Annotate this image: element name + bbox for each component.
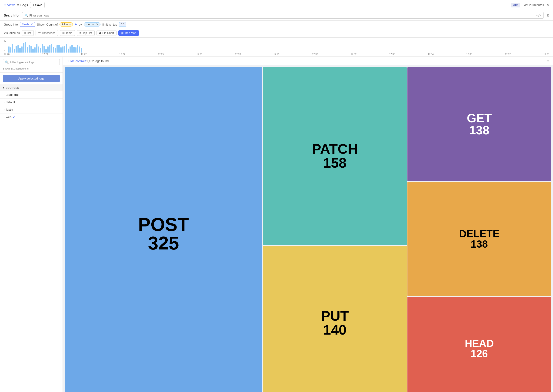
treemap-cell-patch[interactable]: PATCH 158 bbox=[263, 67, 407, 245]
time-label-10: 17:33 bbox=[389, 53, 395, 56]
table-icon: ⊞ bbox=[62, 31, 65, 35]
time-label: Last 20 minutes bbox=[523, 3, 544, 7]
time-label-4: 17:25 bbox=[158, 53, 164, 56]
viz-table-button[interactable]: ⊞ Table bbox=[60, 30, 75, 36]
apply-btn-label: Apply selected logs bbox=[18, 77, 44, 80]
treemap-icon: ▦ bbox=[121, 31, 124, 35]
copy-icon[interactable]: ⧉ bbox=[547, 14, 549, 17]
source-item-audit-trail[interactable]: › .audit-trail bbox=[0, 91, 63, 98]
histo-bar bbox=[34, 47, 35, 53]
source-name-default: default bbox=[6, 100, 15, 104]
time-badge: 20m bbox=[511, 3, 520, 7]
treemap-cell-put[interactable]: PUT 140 bbox=[263, 246, 407, 392]
expand-icon[interactable]: ⊡ bbox=[547, 59, 549, 63]
main-layout: 🔍 Showing 1 applied of 5 Apply selected … bbox=[0, 57, 553, 392]
histo-bar bbox=[36, 44, 37, 53]
histo-bar bbox=[60, 47, 62, 53]
histo-bar bbox=[70, 47, 71, 53]
logs-label: Logs bbox=[21, 3, 28, 7]
histo-bar bbox=[38, 47, 39, 53]
source-item-web[interactable]: › web ✓ bbox=[0, 113, 63, 121]
refresh-icon[interactable]: ↻ bbox=[546, 3, 549, 7]
post-label: POST bbox=[138, 215, 189, 234]
apply-selected-logs-button[interactable]: Apply selected logs bbox=[3, 75, 60, 82]
treemap-cell-head[interactable]: HEAD 126 bbox=[407, 297, 551, 392]
histo-bar bbox=[32, 49, 34, 53]
code-icon[interactable]: </> bbox=[537, 14, 541, 17]
viz-piechart-button[interactable]: ◕ Pie Chart bbox=[97, 30, 117, 36]
histo-bar bbox=[28, 45, 30, 53]
top-bar: ⊡ Views ≡ Logs + Save 20m Last 20 minute… bbox=[0, 0, 553, 10]
search-input-wrap[interactable]: 🔍 </> bbox=[22, 12, 544, 19]
logs-button[interactable]: ≡ Logs bbox=[17, 3, 28, 7]
hide-controls-button[interactable]: ‹ Hide controls bbox=[67, 59, 86, 63]
method-close-icon[interactable]: ✕ bbox=[96, 23, 98, 26]
histo-bar bbox=[10, 47, 11, 53]
all-logs-label: All logs bbox=[62, 23, 71, 26]
group-into-label: Group into bbox=[4, 23, 18, 26]
fields-close-icon[interactable]: ✕ bbox=[31, 23, 33, 26]
hide-controls-label: Hide controls bbox=[68, 59, 86, 63]
sidebar: 🔍 Showing 1 applied of 5 Apply selected … bbox=[0, 57, 63, 392]
limit-to-label: limit to bbox=[102, 23, 111, 26]
top-bar-left: ⊡ Views ≡ Logs + Save bbox=[4, 2, 45, 8]
filter-search-icon: 🔍 bbox=[5, 60, 9, 64]
all-logs-tag[interactable]: All logs bbox=[60, 22, 73, 27]
treemap-col-middle: PATCH 158 PUT 140 bbox=[263, 67, 407, 392]
add-button[interactable]: + bbox=[75, 22, 77, 27]
histo-bar bbox=[8, 47, 10, 53]
treemap-cell-get[interactable]: GET 138 bbox=[407, 67, 551, 181]
search-icon: 🔍 bbox=[25, 14, 28, 17]
filter-logsets-wrap[interactable]: 🔍 bbox=[3, 59, 60, 65]
histo-bar bbox=[73, 47, 75, 53]
treemap-container: POST 325 PATCH 158 PUT 140 bbox=[63, 65, 553, 392]
viz-list-button[interactable]: ≡ List bbox=[22, 30, 34, 36]
main-content: ‹ Hide controls 1,102 logs found ⊡ POST … bbox=[63, 57, 553, 392]
time-label-1: 17:21 bbox=[42, 53, 48, 56]
views-button[interactable]: ⊡ Views bbox=[4, 3, 15, 7]
check-icon: ✓ bbox=[13, 116, 15, 119]
sources-header[interactable]: ▾ SOURCES bbox=[0, 84, 63, 91]
get-value: 138 bbox=[469, 124, 490, 136]
search-bar: Search for 🔍 </> ⧉ bbox=[0, 10, 553, 21]
list-icon: ≡ bbox=[24, 31, 26, 35]
time-label-13: 17:37 bbox=[505, 53, 511, 56]
histo-bar bbox=[43, 46, 45, 53]
method-tag[interactable]: method ✕ bbox=[84, 22, 100, 27]
top-value[interactable]: 10 bbox=[119, 22, 126, 27]
source-item-default[interactable]: › default bbox=[0, 98, 63, 106]
viz-toplist-button[interactable]: ≣ Top List bbox=[77, 30, 95, 36]
histogram: 40 0 bbox=[0, 38, 553, 57]
time-label-3: 17:24 bbox=[119, 53, 125, 56]
save-button[interactable]: + Save bbox=[30, 2, 45, 8]
views-icon: ⊡ bbox=[4, 3, 6, 7]
histo-bar bbox=[75, 47, 77, 53]
viz-timeseries-button[interactable]: 〜 Timeseries bbox=[35, 30, 58, 36]
method-label: method bbox=[86, 23, 95, 26]
source-name-web: web bbox=[6, 115, 11, 119]
viz-treemap-button[interactable]: ▦ Tree Map bbox=[118, 30, 139, 36]
patch-label: PATCH bbox=[312, 142, 358, 156]
timeseries-label: Timeseries bbox=[42, 31, 55, 35]
sources-label: SOURCES bbox=[6, 86, 19, 89]
treemap-label: Tree Map bbox=[124, 31, 136, 35]
head-label: HEAD bbox=[465, 338, 494, 349]
time-label-0: 17:20 bbox=[4, 53, 10, 56]
time-label-12: 17:36 bbox=[466, 53, 472, 56]
search-input[interactable] bbox=[29, 14, 535, 17]
treemap-col-right: GET 138 DELETE 138 HEAD 126 bbox=[407, 67, 551, 392]
chevron-left-icon: ‹ bbox=[67, 59, 67, 63]
time-label-14: 17:38 bbox=[544, 53, 549, 56]
histo-bar bbox=[51, 44, 52, 53]
save-label: + Save bbox=[33, 3, 42, 7]
histo-bar bbox=[47, 47, 49, 53]
treemap-cell-delete[interactable]: DELETE 138 bbox=[407, 182, 551, 296]
list-label: List bbox=[27, 31, 31, 35]
histo-bar bbox=[27, 47, 28, 53]
source-item-fastly[interactable]: › fastly bbox=[0, 106, 63, 113]
chevron-right-icon: › bbox=[4, 116, 4, 118]
filter-logsets-input[interactable] bbox=[10, 61, 58, 64]
treemap-cell-post[interactable]: POST 325 bbox=[65, 67, 262, 392]
toplist-label: Top List bbox=[83, 31, 92, 35]
fields-chip[interactable]: Fields ✕ bbox=[20, 22, 35, 27]
